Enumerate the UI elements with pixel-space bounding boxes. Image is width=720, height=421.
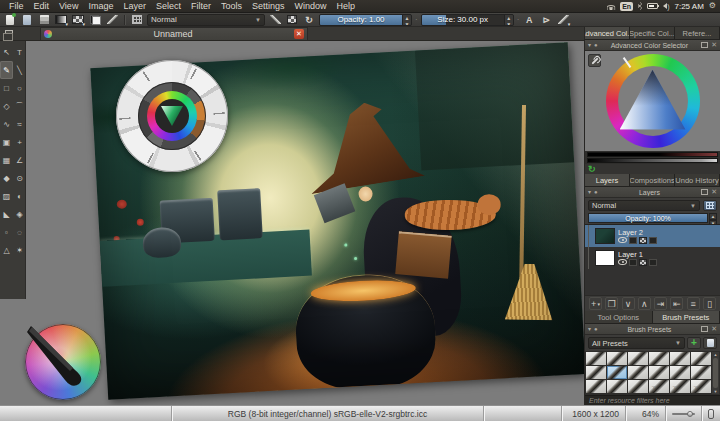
advanced-color-selector[interactable] [585, 51, 720, 151]
tab-brush-docker-1[interactable]: Brush Presets [653, 311, 720, 323]
spin-down-icon[interactable]: ▼ [403, 21, 411, 26]
freehand-brush-tool[interactable]: ✎ [0, 61, 13, 79]
layer-style-icon[interactable] [629, 237, 637, 244]
blend-mode-select[interactable]: Normal ▼ [147, 14, 265, 26]
refresh-icon[interactable]: ↻ [588, 165, 596, 174]
move-tool[interactable]: + [13, 133, 26, 151]
brush-grid-scrollbar[interactable]: ▲ ▼ [712, 352, 719, 394]
pattern-chooser-button[interactable]: ▾ [71, 14, 85, 26]
brush-preset-cell[interactable] [586, 352, 606, 365]
brush-preset-cell[interactable] [691, 366, 711, 379]
lock-icon[interactable]: ● [594, 188, 598, 196]
brush-preset-cell[interactable] [628, 366, 648, 379]
add-preset-button[interactable]: + [687, 337, 701, 349]
color-slider-red[interactable] [587, 152, 718, 157]
zoom-slider[interactable] [666, 406, 702, 421]
bluetooth-icon[interactable] [638, 2, 642, 10]
import-preset-button[interactable] [703, 337, 717, 349]
alpha-checker-icon[interactable] [639, 237, 647, 244]
reload-preset-button[interactable]: ↻ [302, 14, 316, 26]
fill-tool[interactable]: ◆ [0, 169, 13, 187]
polyline-tool[interactable]: ⌒ [13, 97, 26, 115]
zoom-slider-knob[interactable] [687, 411, 693, 417]
polygon-tool[interactable]: ◇ [0, 97, 13, 115]
battery-icon[interactable] [647, 3, 658, 9]
multibrush-tool[interactable]: ≈ [13, 115, 26, 133]
bezier-curve-tool[interactable]: ∿ [0, 115, 13, 133]
collapse-icon[interactable]: ▾ [588, 41, 591, 49]
scroll-up-icon[interactable]: ▲ [712, 352, 719, 357]
selector-settings-button[interactable] [588, 54, 601, 67]
advanced-color-selector-header[interactable]: ▾ ● Advanced Color Selector ✕ [585, 40, 720, 51]
rectangle-tool[interactable]: □ [0, 79, 13, 97]
lock-icon[interactable]: ● [594, 325, 598, 333]
ellipse-select-tool[interactable]: ◌ [13, 223, 26, 241]
brush-preset-cell[interactable]: ⊤ [670, 380, 690, 393]
spin-down-icon[interactable]: ▼ [505, 21, 513, 26]
detach-subwindow-button[interactable] [2, 27, 16, 40]
color-slider-value[interactable] [587, 158, 718, 163]
tab-color-docker-2[interactable]: Refere... [675, 27, 720, 39]
preserve-alpha-button[interactable] [285, 14, 299, 26]
menu-help[interactable]: Help [332, 0, 361, 12]
smudge-tool[interactable]: ◐ [13, 187, 26, 205]
preset-filter-select[interactable]: All Presets ▼ [588, 337, 685, 349]
gradient-chooser-button[interactable]: ▾ [54, 14, 68, 26]
brush-presets-header[interactable]: ▾ ● Brush Presets ✕ [585, 324, 720, 335]
brush-preset-cell[interactable] [670, 366, 690, 379]
brush-preset-cell[interactable] [691, 352, 711, 365]
close-docker-icon[interactable]: ✕ [711, 41, 717, 49]
contiguous-select-tool[interactable]: ✶ [13, 241, 26, 259]
brush-preset-cell[interactable] [670, 352, 690, 365]
layer-style-icon[interactable] [629, 259, 637, 266]
scroll-down-icon[interactable]: ▼ [712, 389, 719, 394]
close-docker-icon[interactable]: ✕ [711, 325, 717, 333]
tab-color-docker-1[interactable]: Specific Col... [630, 27, 675, 39]
collapse-icon[interactable]: ▾ [588, 188, 591, 196]
volume-icon[interactable]: ) [663, 3, 669, 10]
brush-preset-cell[interactable] [628, 380, 648, 393]
menu-filter[interactable]: Filter [186, 0, 216, 12]
spin-up-icon[interactable]: ▲ [709, 213, 717, 220]
layer-thumbnail[interactable] [595, 250, 615, 266]
menu-image[interactable]: Image [83, 0, 118, 12]
alpha-checker-icon[interactable] [639, 259, 647, 266]
layer-list-empty-area[interactable] [585, 269, 720, 295]
brush-preset-cell[interactable] [649, 352, 669, 365]
hue-ring[interactable] [606, 54, 700, 148]
move-layer-down-button[interactable]: ∨ [622, 297, 635, 310]
alpha-lock-icon[interactable] [649, 259, 657, 266]
text-tool[interactable]: T [13, 43, 26, 61]
layers-docker-header[interactable]: ▾ ● Layers ✕ [585, 187, 720, 198]
tab-layers-docker-0[interactable]: Layers [585, 174, 630, 186]
layer-options-button[interactable]: ≡ [687, 297, 700, 310]
tab-brush-docker-0[interactable]: Tool Options [585, 311, 653, 323]
popup-palette-sv-triangle[interactable] [161, 106, 183, 126]
transform-tool[interactable]: ↖ [0, 43, 13, 61]
brush-preset-chooser-button[interactable] [130, 14, 144, 26]
duplicate-layer-button[interactable]: ❐ [605, 297, 618, 310]
layer-row[interactable]: Layer 2 [585, 225, 720, 247]
tab-layers-docker-1[interactable]: Compositions [630, 174, 675, 186]
menu-layer[interactable]: Layer [118, 0, 151, 12]
save-document-button[interactable] [37, 14, 51, 26]
float-docker-icon[interactable] [701, 42, 708, 48]
float-docker-icon[interactable] [701, 326, 708, 332]
brush-preset-cell[interactable] [607, 380, 627, 393]
brush-preset-cell[interactable] [586, 380, 606, 393]
move-layer-up-button[interactable]: ∧ [638, 297, 651, 310]
new-document-button[interactable] [3, 14, 17, 26]
fg-bg-color-button[interactable] [88, 14, 102, 26]
pattern-tool[interactable]: ◈ [13, 205, 26, 223]
crop-tool[interactable]: ▣ [0, 133, 13, 151]
fit-canvas-button[interactable] [702, 406, 720, 421]
layer-row[interactable]: Layer 1 [585, 247, 720, 269]
brush-preset-cell[interactable]: ⊤ [691, 380, 711, 393]
polygon-select-tool[interactable]: △ [0, 241, 13, 259]
brush-editor-button[interactable] [105, 14, 119, 26]
brush-preset-cell[interactable] [607, 366, 627, 379]
popup-palette[interactable] [116, 60, 228, 172]
eraser-mode-button[interactable] [268, 14, 282, 26]
layer-filter-button[interactable] [703, 200, 717, 211]
session-menu-icon[interactable]: ⚙ [709, 2, 716, 10]
